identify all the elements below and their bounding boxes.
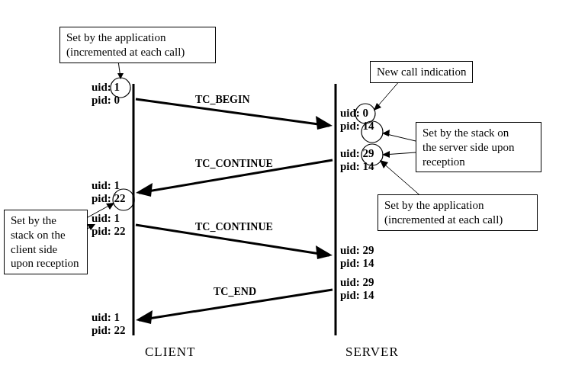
role-client: CLIENT: [145, 345, 195, 360]
note-text: Set by the application(incremented at ea…: [384, 199, 503, 226]
svg-marker-7: [136, 310, 153, 324]
note-text: New call indication: [377, 66, 466, 78]
client-ids-2: uid: 1 pid: 22: [92, 179, 126, 206]
role-server: SERVER: [345, 345, 399, 360]
note-text: Set by thestack on theclient sideupon re…: [11, 214, 79, 269]
svg-marker-3: [136, 183, 153, 197]
server-ids-2: uid: 29 pid: 14: [340, 147, 374, 174]
svg-marker-1: [316, 116, 333, 130]
msg-tc-begin: TC_BEGIN: [195, 94, 250, 106]
note-text: Set by the stack onthe server side uponr…: [423, 127, 514, 168]
note-server-stack: Set by the stack onthe server side uponr…: [416, 122, 541, 172]
svg-line-8: [118, 61, 120, 78]
client-ids-1: uid: 1 pid: 0: [92, 81, 120, 107]
sequence-diagram: Set by the application(incremented at ea…: [0, 0, 588, 388]
msg-tc-continue-2: TC_CONTINUE: [195, 221, 273, 233]
svg-marker-11: [374, 103, 381, 111]
server-ids-3: uid: 29 pid: 14: [340, 244, 374, 271]
note-app-client: Set by the application(incremented at ea…: [59, 27, 216, 63]
svg-marker-17: [380, 160, 388, 168]
svg-line-10: [375, 80, 400, 109]
svg-line-12: [384, 133, 416, 141]
note-text: Set by the application(incremented at ea…: [66, 31, 185, 58]
note-new-call: New call indication: [370, 61, 473, 83]
note-client-stack: Set by thestack on theclient sideupon re…: [4, 210, 88, 274]
client-ids-3: uid: 1 pid: 22: [92, 212, 126, 239]
server-ids-4: uid: 29 pid: 14: [340, 276, 374, 303]
svg-marker-15: [382, 151, 390, 158]
note-server-app: Set by the application(incremented at ea…: [378, 194, 538, 231]
svg-line-14: [384, 152, 416, 155]
svg-marker-5: [316, 245, 333, 259]
svg-marker-9: [117, 73, 124, 79]
svg-marker-13: [382, 130, 390, 136]
client-ids-4: uid: 1 pid: 22: [92, 311, 126, 338]
server-ids-1: uid: 0 pid: 14: [340, 107, 374, 133]
msg-tc-end: TC_END: [214, 286, 256, 298]
msg-tc-continue-1: TC_CONTINUE: [195, 158, 273, 170]
